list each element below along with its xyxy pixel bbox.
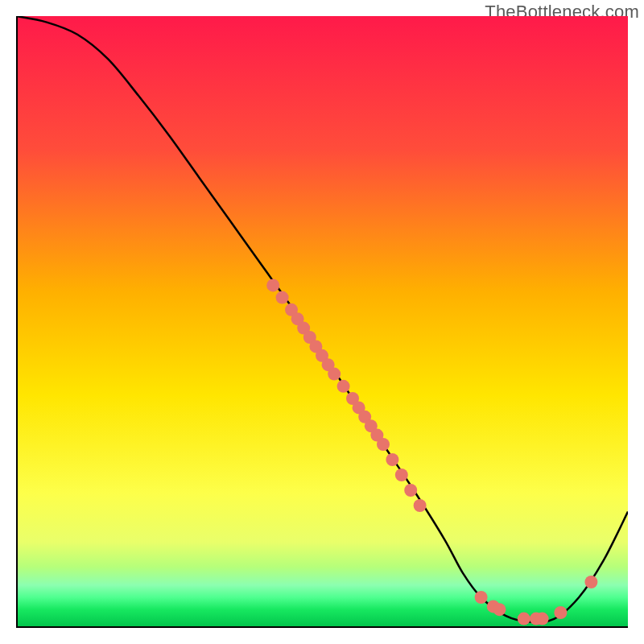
bottleneck-curve bbox=[16, 16, 628, 622]
scatter-point bbox=[266, 279, 279, 291]
scatter-point bbox=[554, 606, 567, 619]
scatter-point bbox=[328, 368, 341, 381]
chart-overlay bbox=[16, 16, 628, 628]
scatter-point bbox=[337, 380, 350, 393]
scatter-point bbox=[386, 453, 398, 466]
scatter-point bbox=[536, 613, 549, 625]
scatter-point bbox=[584, 576, 597, 588]
scatter-point bbox=[493, 603, 506, 616]
scatter-point bbox=[377, 438, 390, 451]
chart-container: TheBottleneck.com bbox=[0, 0, 644, 644]
scatter-point bbox=[276, 291, 289, 304]
scatter-point bbox=[518, 613, 530, 625]
plot-area bbox=[16, 16, 628, 628]
scatter-point bbox=[475, 591, 488, 604]
scatter-point bbox=[395, 469, 408, 481]
scatter-points bbox=[266, 279, 597, 625]
scatter-point bbox=[404, 484, 417, 497]
scatter-point bbox=[414, 499, 427, 512]
